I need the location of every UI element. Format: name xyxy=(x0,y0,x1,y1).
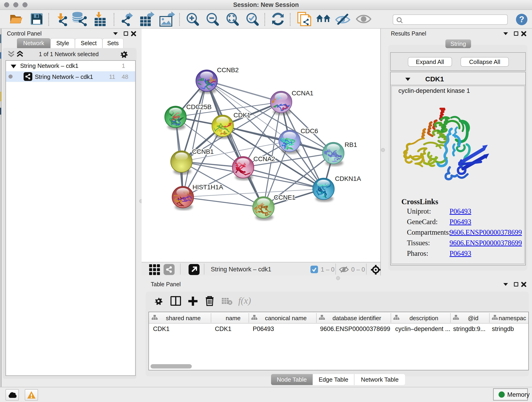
svg-text:CCNA1: CCNA1 xyxy=(292,89,313,97)
svg-text:CDC25B: CDC25B xyxy=(186,103,211,110)
svg-text:CDK1: CDK1 xyxy=(234,112,251,119)
svg-text:CCNB2: CCNB2 xyxy=(217,66,239,74)
svg-text:RB1: RB1 xyxy=(345,141,357,148)
svg-text:CCNE1: CCNE1 xyxy=(274,194,296,201)
svg-text:CDC6: CDC6 xyxy=(301,128,318,134)
svg-text:HIST1H1A: HIST1H1A xyxy=(192,184,223,191)
svg-text:CCNB1: CCNB1 xyxy=(192,148,214,155)
svg-text:CDKN1A: CDKN1A xyxy=(335,175,361,182)
svg-text:CCNA2: CCNA2 xyxy=(253,155,275,162)
